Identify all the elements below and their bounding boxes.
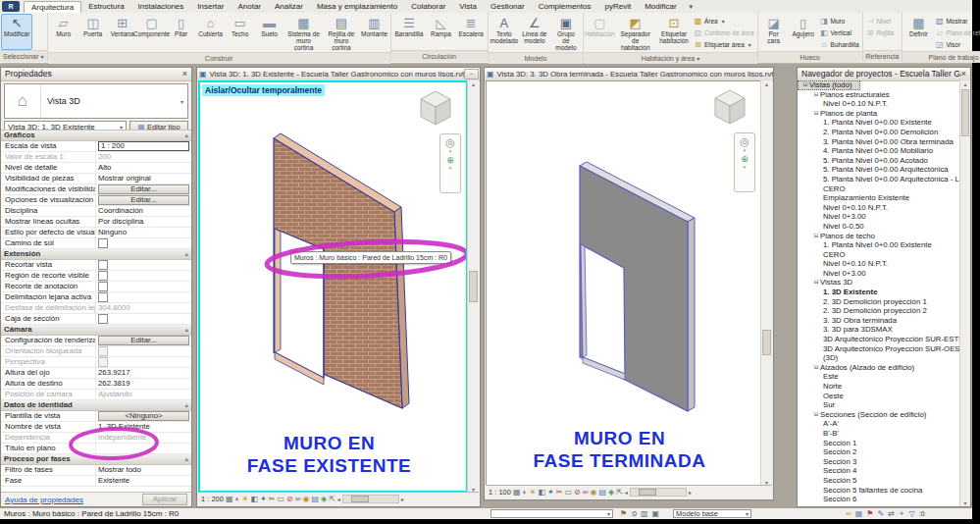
tree-item-norte[interactable]: Norte <box>798 382 960 392</box>
property-text[interactable]: Existente <box>98 476 129 486</box>
zoom-tool-icon[interactable]: ⊕ <box>741 154 748 164</box>
view2-canvas[interactable]: ◎ ▾ ⊕ ▾ MURO EN FASE TERMINADA <box>486 80 761 486</box>
tree-item-seccion-5[interactable]: Sección 5 <box>798 476 960 486</box>
tool-area[interactable]: ▩Área▾ <box>694 15 754 26</box>
minimize-icon[interactable]: – <box>464 69 479 79</box>
viewcube[interactable] <box>413 86 458 130</box>
ribbon-tab-complementos[interactable]: Complementos <box>532 1 598 13</box>
tree-collapse-icon[interactable]: ⊟ <box>812 109 820 119</box>
ribbon-tab-arquitectura[interactable]: Arquitectura <box>24 1 81 13</box>
tree-item-vistas-todo[interactable]: ⊟Vistas (todo) <box>798 80 860 90</box>
property-text[interactable]: 200 <box>98 152 111 162</box>
tool-techo[interactable]: ▭Techo <box>226 14 255 52</box>
scroll-up-icon[interactable]: ▴ <box>963 80 966 87</box>
tree-item-cero[interactable]: CERO <box>798 184 960 194</box>
tree-item-5-planta-nivel-0-0-00-acotado[interactable]: 5. Planta Nivel 0+0.00 Acotado <box>798 156 960 166</box>
ribbon-tab-modificar[interactable]: Modificar <box>638 1 683 13</box>
property-text[interactable]: Ajustando <box>98 390 132 399</box>
vertical-scrollbar[interactable]: ▴ ▾ <box>467 80 479 493</box>
checkbox[interactable] <box>98 314 108 324</box>
checkbox[interactable] <box>98 238 108 248</box>
ribbon-tab-gestionar[interactable]: Gestionar <box>484 1 532 13</box>
type-selector[interactable]: ⌂ Vista 3D ▾ <box>4 83 188 119</box>
viewcube[interactable] <box>707 85 752 129</box>
tree-item-2-3d-demolicion-proyeccion-1[interactable]: 2. 3D Demolición proyección 1 <box>798 297 960 307</box>
property-button[interactable]: Editar... <box>98 336 189 345</box>
chevron-down-icon[interactable]: ▾ <box>744 148 747 153</box>
ribbon-tab-masa-y-emplazamiento[interactable]: Masa y emplazamiento <box>310 1 404 13</box>
vertical-scrollbar[interactable]: ▴ ▾ <box>760 80 772 486</box>
section-collapse-icon[interactable]: ▴ <box>184 131 188 140</box>
tree-item-planos-de-techo[interactable]: ⊟Planos de techo <box>798 232 960 241</box>
property-text[interactable]: Independiente <box>98 433 146 443</box>
ribbon-tab-anotar[interactable]: Anotar <box>231 1 268 13</box>
ribbon-tab-pyrevit[interactable]: pyRevit <box>597 1 638 13</box>
scrollbar-thumb[interactable] <box>351 496 369 502</box>
section-collapse-icon[interactable]: ▴ <box>184 249 188 259</box>
tree-item-oeste[interactable]: Oeste <box>798 392 960 401</box>
tree-item-1-planta-nivel-0-0-00-existente[interactable]: 1. Planta Nivel 0+0.00 Existente <box>798 240 960 250</box>
checkbox[interactable] <box>98 271 108 281</box>
ribbon-tab-colaborar[interactable]: Colaborar <box>404 1 452 13</box>
tree-item-seccion-1[interactable]: Sección 1 <box>798 439 960 448</box>
tree-item-planos-de-planta[interactable]: ⊟Planos de planta <box>798 109 960 119</box>
scrollbar-thumb[interactable] <box>469 271 478 302</box>
tree-item-3-planta-nivel-0-0-00-obra-terminada[interactable]: 3. Planta Nivel 0+0.00 Obra terminada <box>798 137 960 147</box>
section-collapse-icon[interactable]: ▴ <box>184 325 188 335</box>
section-header-graficos[interactable]: Gráficos▴ <box>1 131 191 141</box>
scroll-left-icon[interactable]: ◂ <box>625 489 628 496</box>
brick-wall-3d[interactable] <box>257 128 424 432</box>
property-text[interactable]: Coordinación <box>98 206 143 216</box>
steering-wheel-icon[interactable]: ◎ <box>445 137 455 148</box>
close-icon[interactable]: × <box>961 68 966 80</box>
vertical-scrollbar[interactable]: ▴ ▾ <box>959 80 970 506</box>
tool-suelo[interactable]: ▬Suelo <box>255 14 284 52</box>
horizontal-scrollbar[interactable] <box>630 488 687 497</box>
tree-item-3d-arquitectonico-proyeccion-sur-este[interactable]: 3D Arquitectónico Proyección SUR-ESTE <box>798 335 960 344</box>
property-text[interactable]: Por disciplina <box>98 217 143 227</box>
ribbon-tab-vista[interactable]: Vista <box>452 1 484 13</box>
tree-item-2-3d-demolicion-proyeccion-2[interactable]: 2. 3D Demolición proyección 2 <box>798 306 960 316</box>
tree-item-sur[interactable]: Sur <box>798 400 960 410</box>
steering-wheel-icon[interactable]: ◎ <box>740 136 749 147</box>
tool-grupo-de-modelo[interactable]: ▣Grupo de modelo <box>550 14 583 52</box>
tree-item-a-a[interactable]: A'-A' <box>798 419 960 429</box>
tree-item-vistas-3d[interactable]: ⊟Vistas 3D <box>798 278 960 288</box>
tree-item-seccion-cocina-1[interactable]: Sección cocina 1 <box>798 504 960 506</box>
tree-item-este[interactable]: Este <box>798 372 960 382</box>
property-button[interactable]: Editar... <box>98 184 189 194</box>
gray-wall-3d[interactable] <box>563 152 705 432</box>
tree-item-seccion-2[interactable]: Sección 2 <box>798 447 960 457</box>
tool-componente[interactable]: ▢Componente <box>137 14 167 52</box>
view2-title-bar[interactable]: ▣ Vista 3D: 3. 3D Obra terminada - Escue… <box>485 68 773 81</box>
checkbox[interactable] <box>98 282 108 291</box>
close-icon[interactable]: × <box>182 68 187 80</box>
tree-item-seccion-4[interactable]: Sección 4 <box>798 466 960 476</box>
panel-label-construir[interactable]: Construir <box>48 52 390 64</box>
tree-collapse-icon[interactable]: ⊟ <box>812 90 820 100</box>
tree-item-3-3d-para-3dsmax[interactable]: 3. 3D para 3DSMAX <box>798 325 960 335</box>
app-logo-icon[interactable]: R <box>2 1 20 12</box>
tree-item-3d-arquitectonico-proyeccion-sur-oeste[interactable]: 3D Arquitectónico Proyección SUR-OESTE <box>798 344 960 354</box>
tool-texto-modelado[interactable]: ATexto modelado <box>490 14 519 52</box>
tool-rampa[interactable]: ◺Rampa <box>426 14 455 50</box>
ribbon-tab-estructura[interactable]: Estructura <box>81 1 130 13</box>
tree-item-1-planta-nivel-0-0-00-existente[interactable]: 1. Planta Nivel 0+0.00 Existente <box>798 118 960 128</box>
view-scale-button[interactable]: 1 : 100 <box>489 488 511 497</box>
tool-barandilla[interactable]: ☰Barandilla <box>392 14 427 50</box>
tree-item-secciones-seccion-de-edificio[interactable]: ⊟Secciones (Sección de edificio) <box>798 410 960 420</box>
tool-vertical[interactable]: ◧Vertical <box>820 26 859 38</box>
scrollbar-thumb[interactable] <box>961 89 969 136</box>
workset-combobox[interactable]: ▾ <box>490 509 613 518</box>
navigation-bar[interactable]: ◎ ▾ ⊕ ▾ <box>439 133 461 193</box>
chevron-down-icon[interactable]: ▾ <box>744 165 747 170</box>
tool-etiquetar-area[interactable]: ⊠Etiquetar área▾ <box>694 38 754 50</box>
view-scale-button[interactable]: 1 : 200 <box>201 495 224 503</box>
property-text[interactable]: Mostrar original <box>98 174 151 183</box>
tree-item-nivel-0-0-10-n-p-t[interactable]: Nivel 0+0.10 N.P.T. <box>798 99 960 109</box>
section-collapse-icon[interactable]: ▴ <box>184 454 188 464</box>
tree-item-seccion-3[interactable]: Sección 3 <box>798 457 960 467</box>
tree-collapse-icon[interactable]: ⊟ <box>801 80 809 90</box>
panel-label-hueco[interactable]: Hueco <box>758 51 862 63</box>
scroll-right-icon[interactable]: ▸ <box>401 496 404 502</box>
